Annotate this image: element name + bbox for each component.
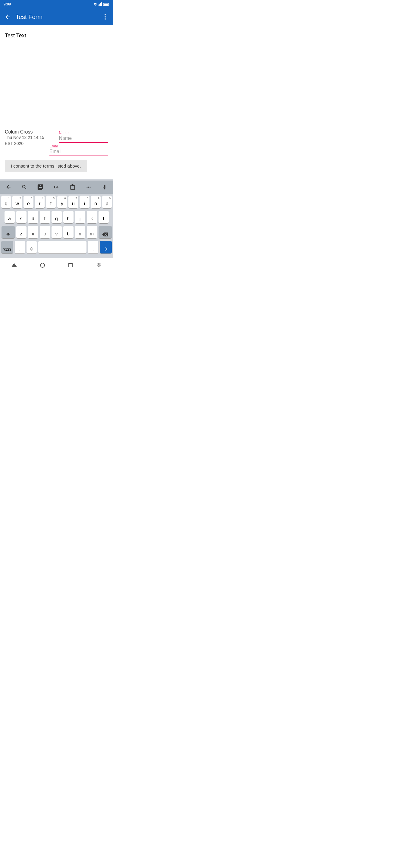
nav-recents-button[interactable] — [61, 259, 80, 271]
name-input[interactable] — [59, 134, 108, 143]
nav-back-button[interactable] — [5, 259, 23, 271]
status-time: 9:09 — [4, 2, 11, 6]
key-j[interactable]: j — [75, 211, 85, 223]
keyboard-back-button[interactable] — [3, 182, 14, 193]
keyboard-gif-button[interactable]: GIF — [51, 182, 62, 193]
wifi-icon — [93, 2, 97, 6]
svg-rect-3 — [101, 2, 102, 6]
key-shift[interactable] — [1, 226, 15, 239]
key-q[interactable]: 1q — [1, 195, 11, 208]
nav-recents-icon — [68, 263, 73, 267]
key-y[interactable]: 6y — [57, 195, 67, 208]
more-options-icon — [104, 14, 106, 20]
nav-home-button[interactable] — [33, 259, 52, 271]
key-b[interactable]: b — [63, 226, 73, 239]
status-icons — [93, 2, 109, 6]
key-u[interactable]: 7u — [68, 195, 78, 208]
key-g[interactable]: g — [52, 211, 62, 223]
battery-icon — [103, 3, 109, 6]
key-c[interactable]: c — [40, 226, 50, 239]
key-m[interactable]: m — [87, 226, 97, 239]
nav-home-icon — [40, 263, 45, 268]
key-a[interactable]: a — [4, 211, 15, 223]
key-d[interactable]: d — [28, 211, 38, 223]
back-button[interactable] — [2, 11, 14, 23]
keyboard: GIF 1q 2w 3e 4r 5t 6y 7u 8i — [0, 179, 113, 258]
nav-apps-button[interactable] — [90, 259, 108, 271]
key-h[interactable]: h — [63, 211, 73, 223]
svg-rect-6 — [104, 3, 108, 5]
keyboard-microphone-button[interactable] — [99, 182, 110, 193]
keyboard-more-button[interactable] — [83, 182, 94, 193]
key-backspace[interactable] — [98, 226, 112, 239]
key-comma[interactable]: , — [15, 241, 25, 253]
consent-button[interactable]: I consent to the terms listed above. — [5, 160, 87, 172]
more-icon — [86, 184, 92, 190]
nav-back-icon — [11, 263, 17, 267]
keyboard-back-icon — [5, 184, 11, 190]
key-t[interactable]: 5t — [46, 195, 56, 208]
key-v[interactable]: v — [52, 226, 62, 239]
navigation-bar — [0, 258, 113, 272]
email-field-label: Email — [50, 144, 59, 148]
key-row-3: z x c v b n m — [1, 226, 112, 239]
key-space[interactable] — [38, 241, 87, 253]
key-x[interactable]: x — [28, 226, 38, 239]
svg-rect-1 — [99, 4, 100, 6]
key-o[interactable]: 9o — [91, 195, 101, 208]
key-next[interactable] — [100, 241, 112, 253]
key-r[interactable]: 4r — [35, 195, 44, 208]
back-arrow-icon — [4, 13, 11, 21]
keyboard-sticker-button[interactable] — [35, 182, 46, 193]
email-field: Email — [50, 148, 108, 156]
svg-rect-5 — [109, 4, 110, 4]
key-period[interactable]: . — [88, 241, 98, 253]
clipboard-icon — [70, 184, 76, 190]
shift-icon — [5, 231, 11, 237]
key-s[interactable]: s — [16, 211, 27, 223]
key-e[interactable]: 3e — [24, 195, 33, 208]
key-row-4: ?123 , ☺ . — [1, 241, 112, 253]
nav-apps-icon — [97, 263, 101, 267]
key-numbers[interactable]: ?123 — [1, 241, 13, 253]
svg-rect-7 — [7, 235, 9, 236]
signal-icon — [98, 2, 102, 6]
name-field-wrapper: Name — [59, 134, 108, 147]
microphone-icon — [101, 184, 107, 190]
keyboard-clipboard-button[interactable] — [67, 182, 78, 193]
timestamp-label: Thu Nov 12 21:14:15EST 2020 — [5, 135, 54, 147]
key-f[interactable]: f — [40, 211, 50, 223]
more-options-button[interactable] — [99, 11, 111, 23]
key-z[interactable]: z — [16, 226, 27, 239]
key-n[interactable]: n — [75, 226, 85, 239]
backspace-icon — [102, 232, 108, 237]
keyboard-keys: 1q 2w 3e 4r 5t 6y 7u 8i 9o 0p a s d f g … — [0, 194, 113, 258]
svg-rect-2 — [100, 3, 101, 6]
form-content: Test Text. Colum Cross Thu Nov 12 21:14:… — [0, 25, 113, 179]
key-row-1: 1q 2w 3e 4r 5t 6y 7u 8i 9o 0p — [1, 195, 112, 208]
sticker-icon — [37, 184, 44, 190]
app-bar: Test Form — [0, 8, 113, 25]
consent-area: I consent to the terms listed above. — [5, 160, 108, 172]
name-field-label: Name — [59, 131, 69, 135]
key-i[interactable]: 8i — [80, 195, 89, 208]
name-field: Name — [59, 134, 108, 143]
keyboard-toolbar: GIF — [0, 181, 113, 194]
next-icon — [103, 246, 108, 252]
key-p[interactable]: 0p — [102, 195, 112, 208]
status-bar: 9:09 — [0, 0, 113, 8]
form-description-text: Test Text. — [5, 30, 108, 39]
email-input[interactable] — [50, 148, 108, 156]
svg-rect-0 — [98, 4, 99, 6]
column-label: Colum Cross — [5, 129, 54, 135]
column-info: Colum Cross Thu Nov 12 21:14:15EST 2020 — [5, 129, 54, 147]
search-icon — [22, 184, 27, 190]
key-l[interactable]: l — [98, 211, 109, 223]
key-emoji[interactable]: ☺ — [27, 241, 37, 253]
gif-label: GIF — [54, 185, 59, 189]
keyboard-search-button[interactable] — [19, 182, 30, 193]
key-k[interactable]: k — [87, 211, 97, 223]
page-title: Test Form — [14, 13, 99, 21]
key-w[interactable]: 2w — [12, 195, 22, 208]
key-row-2: a s d f g h j k l — [1, 211, 112, 223]
